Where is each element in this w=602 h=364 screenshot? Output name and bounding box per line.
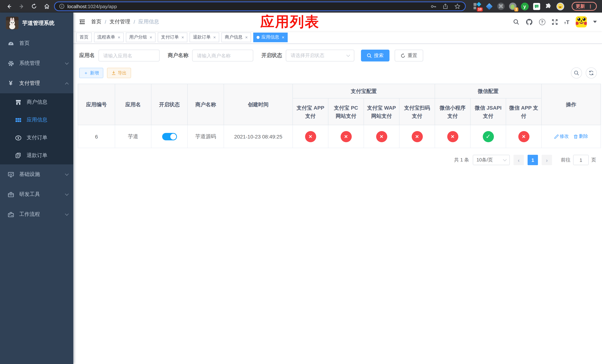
document-icon — [15, 152, 22, 159]
reset-button[interactable]: 重置 — [395, 50, 423, 62]
add-button[interactable]: ＋ 新增 — [79, 68, 103, 78]
merchant-name-input[interactable] — [192, 50, 253, 62]
font-size-icon[interactable]: тT — [564, 19, 570, 25]
share-icon[interactable] — [442, 3, 448, 9]
ext-command-icon[interactable]: ⌘ — [497, 2, 505, 10]
browser-reload-icon[interactable] — [29, 1, 39, 11]
help-icon[interactable]: ? — [539, 19, 545, 25]
app-title: 芋道管理系统 — [22, 20, 54, 26]
tab-app-info[interactable]: 应用信息× — [253, 32, 288, 42]
trash-icon — [573, 134, 578, 139]
tab-process-form[interactable]: 流程表单× — [94, 32, 124, 42]
url-bar[interactable]: localhost:1024/pay/app — [54, 1, 466, 11]
breadcrumb-current: 应用信息 — [139, 19, 159, 25]
user-menu-caret-icon[interactable] — [593, 21, 597, 23]
col-alipay-qr: 支付宝扫码支付 — [399, 98, 435, 125]
sidebar-item-payment[interactable]: ¥ 支付管理 — [0, 73, 73, 93]
sidebar-item-app-info[interactable]: 应用信息 — [0, 111, 73, 129]
close-icon[interactable]: × — [213, 35, 216, 40]
breadcrumb-payment[interactable]: 支付管理 — [110, 19, 130, 25]
page-title-annotation: 应用列表 — [260, 12, 320, 31]
goto-page-input[interactable] — [573, 155, 589, 165]
ext-profile-badge: 1 — [514, 7, 518, 11]
chevron-down-icon — [503, 157, 507, 161]
close-icon[interactable]: × — [182, 35, 184, 40]
close-icon[interactable]: × — [150, 35, 152, 40]
tab-refund-order[interactable]: 退款订单× — [190, 32, 219, 42]
search-button[interactable]: 搜索 — [361, 50, 389, 62]
tags-view: 首页× 流程表单× 用户分组× 支付订单× 退款订单× 商户信息× 应用信息× — [73, 31, 602, 44]
ext-kite-icon[interactable] — [485, 2, 493, 10]
edit-link[interactable]: 修改 — [554, 133, 569, 139]
tab-pay-order[interactable]: 支付订单× — [158, 32, 187, 42]
sidebar-item-home[interactable]: 首页 — [0, 33, 73, 53]
browser-profile-avatar[interactable] — [556, 2, 564, 10]
enable-switch[interactable] — [162, 133, 177, 140]
toggle-search-button[interactable] — [571, 67, 582, 78]
search-icon[interactable] — [513, 19, 519, 25]
wechat-jsapi-status-icon[interactable]: ✓ — [483, 131, 494, 142]
ext-monkey-badge: 10 — [477, 7, 483, 11]
workflow-icon — [7, 211, 14, 218]
page-1-button[interactable]: 1 — [527, 155, 538, 165]
sidebar-item-refund-orders[interactable]: 退款订单 — [0, 147, 73, 164]
page-size-select[interactable]: 10条/页 — [473, 155, 510, 165]
sidebar-item-dev-tools[interactable]: 研发工具 — [0, 184, 73, 204]
fullscreen-icon[interactable] — [552, 19, 558, 25]
ext-chat-icon[interactable] — [532, 2, 540, 10]
alipay-app-status-icon[interactable]: × — [305, 131, 316, 142]
status-select[interactable]: 请选择开启状态 — [286, 50, 354, 62]
sidebar-item-workflow[interactable]: 工作流程 — [0, 204, 73, 225]
browser-update-button[interactable]: 更新 ⋮ — [572, 2, 597, 11]
close-icon[interactable]: × — [118, 35, 120, 40]
yen-icon: ¥ — [7, 80, 14, 87]
sidebar-item-system[interactable]: 系统管理 — [0, 53, 73, 73]
close-icon[interactable]: × — [282, 35, 284, 40]
password-key-icon[interactable] — [430, 3, 437, 10]
ext-monkey-icon[interactable]: 10 — [473, 2, 481, 10]
site-info-icon[interactable] — [59, 4, 64, 9]
close-icon[interactable]: × — [245, 35, 248, 40]
prev-page-button[interactable]: ‹ — [514, 155, 524, 165]
wechat-mini-status-icon[interactable]: × — [447, 131, 458, 142]
ext-y-icon[interactable]: y — [521, 2, 529, 10]
wechat-app-status-icon[interactable]: × — [518, 131, 529, 142]
alipay-pc-status-icon[interactable]: × — [340, 131, 352, 142]
browser-home-icon[interactable] — [42, 1, 52, 11]
update-label: 更新 — [576, 3, 585, 10]
extensions-row: 10 ⌘ 1 y 更新 — [473, 2, 597, 11]
chevron-down-icon — [346, 53, 350, 57]
app-name-input[interactable] — [98, 50, 160, 62]
ext-profile-icon[interactable]: 1 — [509, 2, 517, 10]
user-avatar[interactable] — [576, 16, 587, 27]
browser-back-icon[interactable] — [4, 1, 14, 11]
alipay-wap-status-icon[interactable]: × — [376, 131, 387, 142]
tab-merchant-info[interactable]: 商户信息× — [221, 32, 251, 42]
app-logo[interactable]: 芋道管理系统 — [0, 13, 73, 33]
table-toolbar: ＋ 新增 导出 — [79, 67, 598, 78]
delete-link[interactable]: 删除 — [573, 133, 588, 139]
sidebar-item-merchant-info[interactable]: 商户信息 — [0, 93, 73, 111]
next-page-button[interactable]: › — [542, 155, 552, 165]
browser-menu-kebab-icon[interactable]: ⋮ — [588, 3, 593, 9]
github-icon[interactable] — [526, 18, 533, 25]
plus-icon: ＋ — [84, 70, 88, 76]
chevron-down-icon — [65, 212, 69, 216]
sidebar-collapse-icon[interactable] — [73, 13, 91, 31]
tab-home[interactable]: 首页× — [76, 32, 92, 42]
sidebar-item-infrastructure[interactable]: 基础设施 — [0, 164, 73, 184]
export-button[interactable]: 导出 — [107, 68, 131, 78]
alipay-qr-status-icon[interactable]: × — [411, 131, 423, 142]
top-navbar: 首页 / 支付管理 / 应用信息 应用列表 ? — [73, 13, 602, 31]
page-content: 应用名 商户名称 开启状态 请选择开启状态 搜索 重置 — [73, 44, 602, 364]
refresh-button[interactable] — [586, 67, 597, 78]
browser-forward-icon[interactable] — [16, 1, 27, 11]
url-text[interactable]: localhost:1024/pay/app — [67, 3, 427, 9]
col-wechat-mini: 微信小程序支付 — [435, 98, 470, 125]
tab-user-group[interactable]: 用户分组× — [126, 32, 155, 42]
extensions-puzzle-icon[interactable] — [544, 2, 552, 10]
breadcrumb-home[interactable]: 首页 — [91, 19, 101, 25]
group-wechat-config: 微信配置 — [435, 84, 541, 98]
bookmark-star-icon[interactable] — [454, 3, 461, 10]
sidebar-item-pay-orders[interactable]: ¥ 支付订单 — [0, 129, 73, 147]
